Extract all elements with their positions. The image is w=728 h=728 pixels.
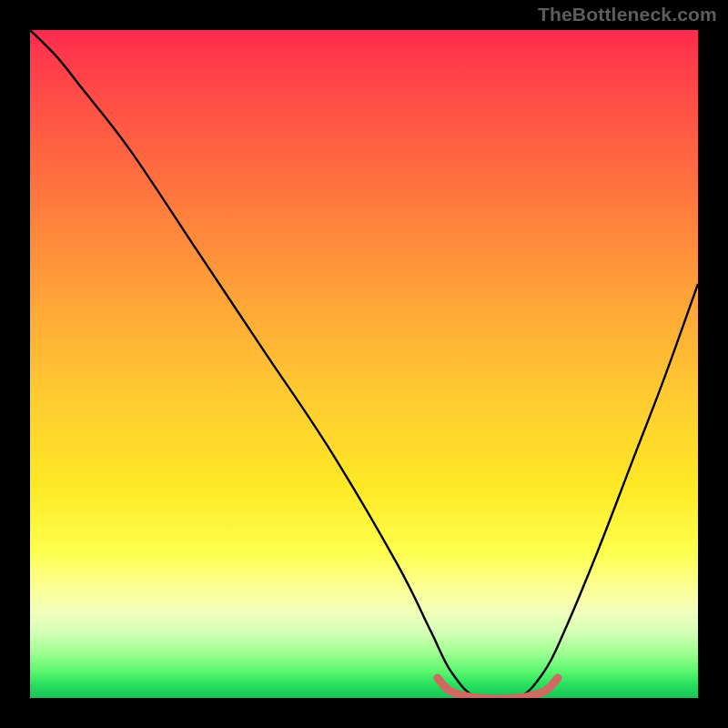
bottleneck-curve bbox=[30, 30, 698, 698]
flat-bottom-highlight bbox=[438, 678, 558, 698]
chart-plot-area bbox=[30, 30, 698, 698]
chart-frame: TheBottleneck.com bbox=[0, 0, 728, 728]
watermark-text: TheBottleneck.com bbox=[538, 4, 717, 25]
chart-svg bbox=[30, 30, 698, 698]
